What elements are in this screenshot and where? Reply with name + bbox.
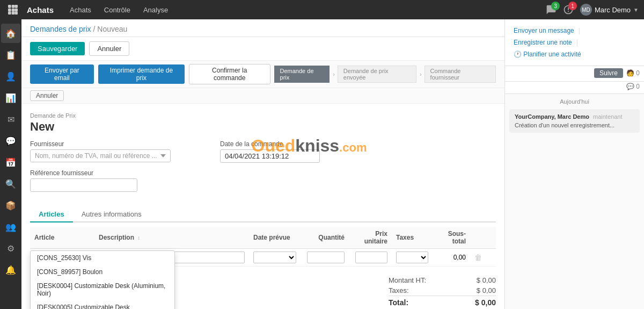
- quantite-input[interactable]: 0,000: [307, 251, 345, 263]
- th-date: Date prévue: [249, 227, 303, 249]
- total-label: Total:: [389, 298, 408, 307]
- sidebar-item-docs[interactable]: 📋: [1, 45, 20, 64]
- form-row-2: Référence fournisseur: [30, 169, 496, 192]
- nav-controle[interactable]: Contrôle: [99, 4, 136, 16]
- user-info[interactable]: MD Marc Demo ▼: [580, 4, 639, 16]
- date-label: Date de la commande: [220, 140, 320, 148]
- dropdown-item-3[interactable]: [DESK0005] Customizable Desk (Personnali…: [31, 300, 174, 309]
- delete-row-icon[interactable]: 🗑: [474, 253, 482, 262]
- sidebar-item-inventory[interactable]: 📦: [1, 196, 20, 215]
- log-message: Création d'un nouvel enregistrement...: [515, 122, 634, 128]
- today-label: Aujourd'hui: [505, 94, 644, 107]
- top-nav-right: 3 1 MD Marc Demo ▼: [546, 4, 639, 16]
- ref-input[interactable]: [30, 178, 137, 192]
- schedule-label: Planifier une activité: [523, 51, 581, 58]
- sidebar-item-notifications[interactable]: 🔔: [1, 260, 20, 279]
- dropdown-item-2[interactable]: [DESK0004] Customizable Desk (Aluminium,…: [31, 279, 174, 300]
- tab-articles[interactable]: Articles: [30, 207, 73, 222]
- tabs-bar: Articles Autres informations: [30, 207, 496, 222]
- td-delete: 🗑: [470, 249, 496, 267]
- svg-rect-2: [14, 5, 18, 8]
- nav-analyse[interactable]: Analyse: [138, 4, 173, 16]
- th-taxes: Taxes: [392, 227, 433, 249]
- add-note-button[interactable]: Enregistrer une note: [509, 37, 576, 48]
- tab-autres[interactable]: Autres informations: [73, 207, 150, 222]
- montant-ht-value: $ 0,00: [477, 276, 496, 284]
- dropdown-item-0[interactable]: [CONS_25630] Vis: [31, 251, 174, 265]
- taxes-select[interactable]: [396, 251, 428, 263]
- msg-icon-badge[interactable]: 1: [563, 4, 574, 15]
- chat-icon-badge[interactable]: 3: [546, 4, 557, 15]
- taxes-line: Taxes: $ 0,00: [389, 285, 496, 296]
- log-entry: YourCompany, Marc Demo maintenant Créati…: [509, 109, 640, 133]
- th-actions: [470, 227, 496, 249]
- dropdown-item-1[interactable]: [CONS_89957] Boulon: [31, 265, 174, 279]
- sidebar-item-contacts[interactable]: 👤: [1, 67, 20, 86]
- breadcrumb-current: Nouveau: [97, 25, 127, 33]
- main-content: Demandes de prix / Nouveau Sauvegarder A…: [21, 19, 504, 309]
- th-sous-total: Sous-total: [433, 227, 470, 249]
- date-input[interactable]: [220, 149, 320, 163]
- follow-button[interactable]: Suivre: [594, 68, 623, 78]
- svg-rect-7: [12, 11, 15, 15]
- td-prix: 0,00: [349, 249, 392, 267]
- th-description-label: Description: [99, 234, 134, 241]
- msg-badge-count: 1: [568, 2, 577, 10]
- log-time: maintenant: [593, 113, 622, 120]
- user-chevron-icon: ▼: [633, 7, 639, 13]
- form-row-1: Fournisseur Nom, numéro de TVA, mail ou …: [30, 140, 496, 163]
- app-grid-icon[interactable]: [5, 2, 20, 17]
- save-button[interactable]: Sauvegarder: [30, 42, 85, 55]
- taxes-value: $ 0,00: [477, 286, 496, 294]
- cancel-button[interactable]: Annuler: [89, 41, 129, 56]
- sidebar-item-settings[interactable]: ⚙: [1, 239, 20, 258]
- status-pill: Demande de prix: [274, 66, 330, 83]
- send-message-button[interactable]: Envoyer un message: [509, 25, 579, 37]
- msg-count: 💬 0: [626, 83, 640, 90]
- fournisseur-label: Fournisseur: [30, 140, 171, 148]
- th-quantite: Quantité: [303, 227, 349, 249]
- log-author: YourCompany, Marc Demo: [515, 113, 589, 120]
- svg-rect-3: [8, 9, 11, 12]
- breadcrumb: Demandes de prix / Nouveau: [30, 25, 127, 33]
- montant-ht-line: Montant HT: $ 0,00: [389, 275, 496, 285]
- fournisseur-input[interactable]: Nom, numéro de TVA, mail ou référence ..…: [30, 149, 171, 162]
- sidebar-item-mail[interactable]: ✉: [1, 110, 20, 129]
- svg-rect-4: [12, 9, 15, 12]
- svg-rect-5: [14, 9, 18, 12]
- nav-links: Achats Contrôle Analyse: [64, 4, 173, 16]
- td-taxes: [392, 249, 433, 267]
- followers-count: 🧑 0: [626, 69, 640, 77]
- schedule-button[interactable]: 🕐 Planifier une activité: [509, 48, 586, 60]
- sidebar-item-calendar[interactable]: 📅: [1, 153, 20, 172]
- right-panel-actions: Envoyer un message | Enregistrer une not…: [505, 19, 644, 66]
- main-layout: 🏠 📋 👤 📊 ✉ 💬 📅 🔍 📦 👥 ⚙ 🔔 Demandes de prix…: [0, 19, 644, 309]
- svg-rect-0: [8, 5, 11, 8]
- th-description-sort-icon: ↕: [137, 235, 140, 241]
- right-panel: Envoyer un message | Enregistrer une not…: [504, 19, 644, 309]
- sidebar-item-search[interactable]: 🔍: [1, 174, 20, 193]
- user-avatar: MD: [580, 4, 592, 16]
- date-select[interactable]: [253, 251, 296, 263]
- sidebar-item-team[interactable]: 👥: [1, 217, 20, 236]
- breadcrumb-separator: /: [91, 25, 98, 33]
- date-field: Date de la commande: [220, 140, 320, 163]
- prix-input[interactable]: 0,00: [355, 251, 387, 263]
- send-email-button[interactable]: Envoyer par email: [30, 64, 94, 84]
- rp-divider-2: |: [576, 37, 578, 48]
- form-title: New: [30, 120, 496, 134]
- montant-ht-label: Montant HT:: [389, 276, 426, 284]
- table-container: Article Description ↕ Date prévue Quanti…: [21, 222, 504, 271]
- print-button[interactable]: Imprimer demande de prix: [98, 64, 185, 84]
- rp-divider-1: |: [579, 25, 580, 37]
- sidebar-item-home[interactable]: 🏠: [1, 24, 20, 43]
- breadcrumb-parent[interactable]: Demandes de prix: [30, 25, 91, 33]
- annuler-sm-button[interactable]: Annuler: [30, 90, 64, 101]
- total-value: $ 0,00: [475, 298, 496, 307]
- confirm-button[interactable]: Confirmer la commande: [189, 64, 270, 84]
- nav-achats[interactable]: Achats: [64, 4, 97, 16]
- breadcrumb-bar: Demandes de prix / Nouveau: [21, 19, 504, 37]
- chat-badge-count: 3: [551, 2, 560, 10]
- sidebar-item-reports[interactable]: 📊: [1, 88, 20, 107]
- sidebar-item-chat[interactable]: 💬: [1, 131, 20, 150]
